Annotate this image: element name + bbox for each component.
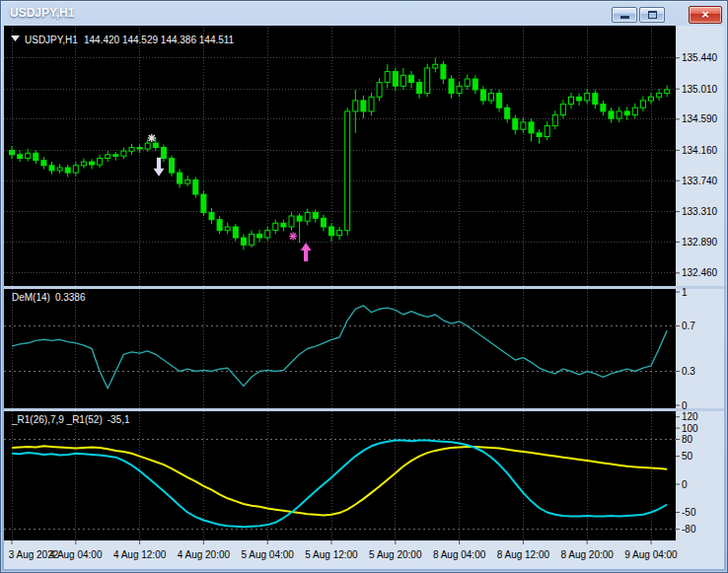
wpr-axis-label: 120 [682, 411, 698, 422]
candle-body [225, 227, 230, 231]
time-axis-label: 8 Aug 04:00 [433, 549, 486, 560]
candle-body [106, 155, 110, 159]
dem-indicator-panel[interactable] [4, 289, 676, 408]
candle-body [529, 122, 534, 133]
candle-body [313, 212, 318, 218]
candle-body [289, 216, 294, 227]
candle-body [521, 122, 526, 129]
candle-body [185, 179, 190, 183]
candle-body [241, 238, 246, 245]
candle-body [361, 101, 366, 111]
dem-indicator-header: DeM(14)0.3386 [12, 292, 86, 303]
dem-axis-label: 1 [682, 287, 688, 298]
candle-body [441, 64, 446, 79]
candle-body [624, 111, 629, 115]
price-axis-label: 135.440 [682, 52, 718, 63]
candle-body [153, 143, 158, 147]
r1-indicator-label: _R1(26),7,9 _R1(52) [11, 414, 103, 425]
candle-body [34, 153, 38, 160]
candle-body [640, 101, 645, 107]
candle-body [609, 111, 614, 118]
candle-body [265, 231, 270, 238]
mt4-chart-window: USDJPY,H1 × 135.440135.010134.590134.160… [0, 0, 728, 573]
dem-axis-label: 0.3 [682, 366, 695, 377]
time-axis-label: 5 Aug 20:00 [369, 549, 422, 560]
titlebar[interactable]: USDJPY,H1 × [0, 0, 728, 26]
candle-body [49, 166, 54, 171]
candle-body [193, 179, 198, 194]
candle-body [129, 148, 134, 152]
minimize-icon [620, 16, 629, 19]
price-axis-label: 132.460 [682, 267, 718, 278]
time-axis-label: 5 Aug 04:00 [242, 549, 295, 560]
candle-body [297, 216, 302, 221]
candle-body [465, 79, 470, 86]
minimize-button[interactable] [612, 7, 637, 23]
candle-body [569, 97, 574, 104]
close-icon: × [690, 7, 721, 23]
r1-indicator-header: _R1(26),7,9 _R1(52)-35,1 [11, 414, 130, 425]
price-chart-panel[interactable] [4, 26, 676, 286]
candle-body [449, 79, 454, 94]
chart-symbol-label: USDJPY,H1 [25, 35, 78, 45]
close-button[interactable]: × [689, 6, 722, 24]
panel-splitter[interactable] [4, 286, 724, 289]
candle-body [545, 126, 549, 137]
time-axis-label: 4 Aug 20:00 [178, 549, 231, 560]
chart-header: USDJPY,H1144.420 144.529 144.386 144.511 [25, 35, 235, 45]
candle-body [425, 68, 430, 94]
candle-body [18, 155, 23, 159]
candle-body [329, 227, 334, 236]
candle-body [601, 105, 606, 111]
candle-body [250, 234, 255, 245]
candle-body [353, 101, 358, 111]
dem-axis-label: 0 [682, 400, 688, 411]
price-axis-label: 132.890 [682, 237, 718, 248]
wpr-indicator-panel[interactable] [4, 411, 676, 540]
candle-body [57, 168, 62, 171]
candle-body [393, 72, 398, 87]
price-axis-label: 134.590 [682, 113, 718, 124]
candle-body [10, 150, 15, 154]
wpr-axis-label: -50 [682, 507, 696, 518]
chart-ohlc-values: 144.420 144.529 144.386 144.511 [84, 35, 235, 45]
maximize-button[interactable] [639, 7, 665, 23]
chart-canvas[interactable]: 135.440135.010134.590134.160133.740133.3… [4, 26, 724, 569]
candle-body [81, 162, 86, 166]
time-axis-label: 8 Aug 12:00 [497, 549, 550, 560]
candle-body [321, 218, 326, 227]
chart-client-area: 135.440135.010134.590134.160133.740133.3… [4, 26, 724, 569]
candle-body [137, 148, 142, 150]
dem-axis-label: 0.7 [682, 321, 695, 331]
window-title: USDJPY,H1 [10, 6, 74, 20]
price-axis-label: 135.010 [682, 84, 718, 95]
candle-body [26, 153, 31, 158]
candle-body [273, 223, 278, 230]
candle-body [209, 212, 214, 219]
candle-body [497, 94, 502, 108]
candle-body [113, 155, 118, 157]
panel-splitter[interactable] [4, 408, 724, 411]
candle-body [90, 162, 95, 165]
r1-indicator-value: -35,1 [108, 414, 130, 425]
wpr-axis-label: -80 [682, 524, 696, 535]
candle-body [305, 212, 310, 221]
dem-indicator-label: DeM(14) [12, 292, 50, 303]
time-axis-label: 5 Aug 12:00 [305, 549, 358, 560]
candle-body [417, 83, 422, 94]
price-axis-label: 133.740 [682, 176, 718, 186]
candle-body [233, 227, 238, 238]
candle-body [121, 151, 126, 156]
wpr-axis-label: 80 [682, 434, 693, 445]
candle-body [617, 111, 621, 118]
candle-body [585, 94, 590, 101]
candle-body [632, 107, 637, 114]
candle-body [385, 72, 390, 83]
candle-body [377, 83, 382, 98]
candle-body [577, 97, 582, 101]
time-axis-label: 8 Aug 20:00 [561, 549, 615, 560]
candle-body [665, 90, 670, 94]
price-axis-label: 134.160 [682, 145, 718, 156]
candle-body [281, 223, 286, 227]
candle-body [41, 161, 46, 166]
